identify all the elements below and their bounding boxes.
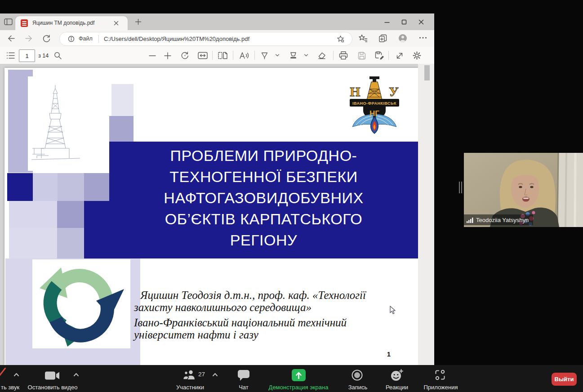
- address-bar: Файл C:/Users/dell/Desktop/Яцишин%20ТМ%2…: [0, 30, 434, 47]
- read-aloud-icon[interactable]: [239, 52, 249, 59]
- record-icon[interactable]: [352, 370, 363, 381]
- participants-options-chevron-icon[interactable]: [212, 373, 218, 377]
- rotate-icon[interactable]: [181, 51, 189, 60]
- mosaic-square: [9, 228, 57, 258]
- stop-video-button[interactable]: Остановить видео: [17, 384, 89, 391]
- page-view-icon[interactable]: [218, 52, 227, 59]
- title-line: ТЕХНОГЕННОЇ БЕЗПЕКИ: [109, 166, 418, 187]
- search-icon[interactable]: [54, 52, 62, 60]
- chat-bubble-icon[interactable]: [238, 370, 250, 381]
- mosaic-square: [7, 173, 33, 201]
- collections-icon[interactable]: [378, 34, 387, 43]
- save-as-icon[interactable]: [375, 51, 384, 60]
- logo-letter-u: У: [389, 84, 399, 99]
- favorites-icon[interactable]: [359, 34, 368, 43]
- toolbar-divider: [254, 51, 255, 60]
- mosaic-square: [58, 173, 84, 201]
- mosaic-square: [33, 173, 58, 201]
- forward-button[interactable]: [24, 34, 33, 43]
- highlight-options-chevron-icon[interactable]: [304, 53, 308, 57]
- table-of-contents-icon[interactable]: [6, 52, 15, 59]
- derrick-sketch-card: [28, 76, 83, 171]
- share-screen-icon[interactable]: [292, 369, 306, 381]
- signal-bars-icon: [467, 217, 473, 223]
- share-screen-button[interactable]: Демонстрация экрана: [267, 384, 330, 391]
- tab-title: Яцишин ТМ доповідь.pdf: [32, 20, 108, 26]
- scrollbar-thumb[interactable]: [424, 65, 430, 80]
- oil-derrick-sketch: [28, 76, 83, 171]
- participants-count: 27: [198, 371, 205, 378]
- url-scheme-label: Файл: [79, 36, 93, 42]
- reactions-smiley-icon[interactable]: [391, 369, 404, 381]
- profile-avatar[interactable]: [398, 34, 407, 43]
- pdf-scrollbar[interactable]: [418, 64, 434, 365]
- participants-people-icon[interactable]: [182, 370, 196, 380]
- window-close-button[interactable]: [418, 19, 424, 25]
- mosaic-square: [9, 201, 57, 228]
- slide-page-number: 1: [382, 350, 396, 358]
- toolbar-divider: [333, 51, 334, 60]
- mosaic-square: [57, 228, 84, 258]
- print-icon[interactable]: [339, 51, 348, 60]
- chat-button[interactable]: Чат: [230, 384, 257, 391]
- affiliation-line: Івано-Франківський національний технічни…: [134, 316, 404, 341]
- title-line: НАФТОГАЗОВИДОБУВНИХ: [109, 187, 418, 209]
- workspaces-icon[interactable]: [4, 18, 13, 25]
- page-number-input[interactable]: [19, 49, 35, 62]
- url-field[interactable]: Файл C:/Users/dell/Desktop/Яцишин%20ТМ%2…: [59, 32, 352, 46]
- mosaic-square: [57, 201, 84, 228]
- zoom-toolbar: ть звук Остановить видео 27 Участники Ча…: [0, 365, 583, 392]
- reactions-button[interactable]: Реакции: [381, 384, 413, 391]
- participant-name: Teodoziia Yatsyshyn: [476, 217, 529, 223]
- video-options-chevron-icon[interactable]: [73, 373, 79, 377]
- mute-options-chevron-icon[interactable]: [13, 373, 19, 377]
- tab-close-icon[interactable]: [113, 20, 119, 26]
- toolbar-divider: [388, 51, 389, 60]
- logo-letter-n: Н: [350, 84, 360, 99]
- tab-pdf[interactable]: Яцишин ТМ доповідь.pdf: [15, 16, 128, 30]
- add-favorite-icon[interactable]: [337, 35, 344, 43]
- pdf-content-area: ПРОБЛЕМИ ПРИРОДНО- ТЕХНОГЕННОЇ БЕЗПЕКИ Н…: [0, 64, 434, 365]
- slide-title: ПРОБЛЕМИ ПРИРОДНО- ТЕХНОГЕННОЇ БЕЗПЕКИ Н…: [109, 145, 418, 251]
- save-icon[interactable]: [358, 52, 366, 60]
- draw-icon[interactable]: [260, 51, 269, 60]
- participants-button[interactable]: Участники: [168, 384, 213, 391]
- mosaic-square: [109, 116, 134, 142]
- zoom-meeting-screen: Яцишин ТМ доповідь.pdf: [0, 0, 583, 392]
- info-icon[interactable]: [68, 36, 75, 42]
- mouse-cursor: [389, 306, 397, 315]
- webcam-drag-handle[interactable]: [459, 182, 463, 193]
- toolbar-divider: [233, 51, 233, 60]
- video-camera-icon[interactable]: [45, 371, 60, 380]
- webcam-video-tile[interactable]: Teodoziia Yatsyshyn: [464, 153, 583, 227]
- edge-browser-window: Яцишин ТМ доповідь.pdf: [0, 13, 434, 365]
- window-maximize-button[interactable]: [401, 19, 407, 25]
- university-logo: Н У ІВАНО-ФРАНКІВСЬК НГ: [350, 76, 399, 137]
- back-button[interactable]: [7, 34, 16, 43]
- pdf-file-icon: [21, 19, 28, 27]
- erase-icon[interactable]: [317, 52, 326, 59]
- leave-meeting-button[interactable]: Выйти: [552, 373, 577, 386]
- new-tab-button[interactable]: [135, 18, 142, 25]
- settings-gear-icon[interactable]: [413, 51, 421, 60]
- author-line: Яцишин Теодозія д.т.н., проф. каф. «Техн…: [134, 289, 404, 313]
- logo-city-text: ІВАНО-ФРАНКІВСЬК: [352, 101, 396, 106]
- refresh-button[interactable]: [42, 34, 51, 43]
- browser-menu-icon[interactable]: [419, 36, 427, 39]
- author-block: Яцишин Теодозія д.т.н., проф. каф. «Техн…: [134, 289, 404, 344]
- draw-options-chevron-icon[interactable]: [275, 53, 280, 57]
- window-minimize-button[interactable]: [384, 19, 390, 25]
- zoom-out-icon[interactable]: [148, 52, 156, 60]
- highlight-icon[interactable]: [289, 51, 298, 60]
- url-text: C:/Users/dell/Desktop/Яцишин%20ТМ%20допо…: [104, 36, 249, 42]
- record-button[interactable]: Запись: [344, 384, 371, 391]
- apps-button[interactable]: Приложения: [422, 384, 460, 391]
- zoom-in-icon[interactable]: [164, 52, 172, 60]
- title-line: ПРОБЛЕМИ ПРИРОДНО-: [109, 145, 418, 166]
- muted-mic-slash-icon: [0, 367, 6, 376]
- apps-icon[interactable]: [435, 370, 445, 380]
- title-line: ОБ’ЄКТІВ КАРПАТСЬКОГО: [109, 209, 418, 230]
- participant-name-tag: Teodoziia Yatsyshyn: [464, 214, 533, 225]
- full-screen-icon[interactable]: [396, 52, 404, 60]
- fit-to-width-icon[interactable]: [198, 52, 208, 59]
